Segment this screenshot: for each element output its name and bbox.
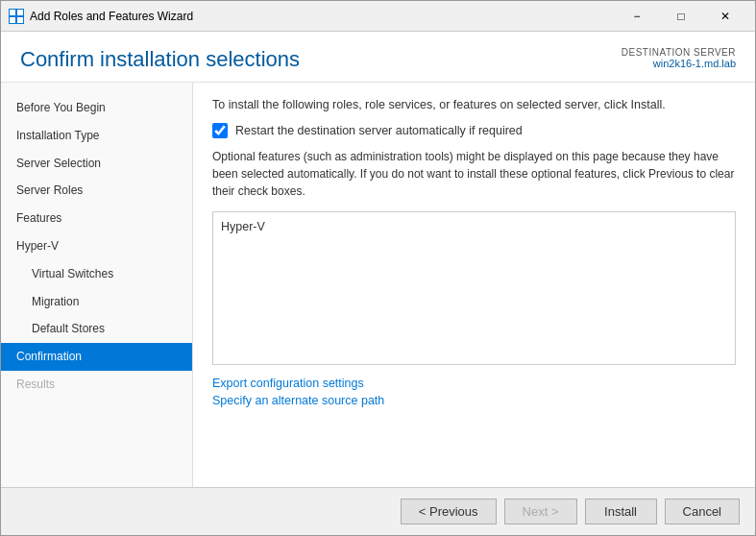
header-section: Confirm installation selections DESTINAT… xyxy=(1,32,755,83)
optional-features-text: Optional features (such as administratio… xyxy=(212,148,736,200)
restart-checkbox-label[interactable]: Restart the destination server automatic… xyxy=(235,124,523,137)
features-box-content: Hyper-V xyxy=(221,220,265,233)
sidebar-item-features[interactable]: Features xyxy=(1,205,192,232)
app-icon xyxy=(9,9,24,24)
svg-rect-3 xyxy=(17,17,23,23)
maximize-button[interactable]: □ xyxy=(659,1,703,32)
minimize-button[interactable]: − xyxy=(615,1,659,32)
sidebar: Before You Begin Installation Type Serve… xyxy=(1,83,193,487)
install-button[interactable]: Install xyxy=(585,499,657,524)
page-title: Confirm installation selections xyxy=(20,47,300,72)
window-controls: − □ ✕ xyxy=(615,1,747,32)
previous-button[interactable]: < Previous xyxy=(401,499,497,524)
wizard-window: Add Roles and Features Wizard − □ ✕ Conf… xyxy=(0,0,756,536)
window-title: Add Roles and Features Wizard xyxy=(30,10,615,23)
sidebar-item-server-roles[interactable]: Server Roles xyxy=(1,177,192,205)
restart-checkbox[interactable] xyxy=(212,123,228,138)
close-button[interactable]: ✕ xyxy=(703,1,747,32)
content-area: Confirm installation selections DESTINAT… xyxy=(1,32,755,487)
sidebar-item-server-selection[interactable]: Server Selection xyxy=(1,150,192,178)
export-config-link[interactable]: Export configuration settings xyxy=(212,377,736,390)
sidebar-item-installation-type[interactable]: Installation Type xyxy=(1,122,192,150)
svg-rect-0 xyxy=(10,10,15,15)
sidebar-item-before-you-begin[interactable]: Before You Begin xyxy=(1,94,192,122)
cancel-button[interactable]: Cancel xyxy=(665,499,740,524)
features-list-box: Hyper-V xyxy=(212,211,736,365)
main-body: Before You Begin Installation Type Serve… xyxy=(1,83,755,487)
main-content: To install the following roles, role ser… xyxy=(193,83,755,487)
alternate-source-link[interactable]: Specify an alternate source path xyxy=(212,394,736,407)
instruction-text: To install the following roles, role ser… xyxy=(212,98,736,111)
svg-rect-1 xyxy=(17,10,23,15)
sidebar-item-virtual-switches[interactable]: Virtual Switches xyxy=(1,260,192,288)
destination-server-info: DESTINATION SERVER win2k16-1.md.lab xyxy=(622,47,736,69)
destination-label: DESTINATION SERVER xyxy=(622,47,736,58)
svg-rect-2 xyxy=(10,17,15,23)
sidebar-item-results: Results xyxy=(1,371,192,399)
restart-checkbox-row: Restart the destination server automatic… xyxy=(212,123,736,138)
server-name: win2k16-1.md.lab xyxy=(622,58,736,69)
sidebar-item-confirmation[interactable]: Confirmation xyxy=(1,343,192,371)
title-bar: Add Roles and Features Wizard − □ ✕ xyxy=(1,1,755,32)
sidebar-item-migration[interactable]: Migration xyxy=(1,288,192,316)
footer: < Previous Next > Install Cancel xyxy=(1,487,755,535)
next-button[interactable]: Next > xyxy=(504,499,577,524)
sidebar-item-hyper-v[interactable]: Hyper-V xyxy=(1,232,192,260)
sidebar-item-default-stores[interactable]: Default Stores xyxy=(1,315,192,343)
